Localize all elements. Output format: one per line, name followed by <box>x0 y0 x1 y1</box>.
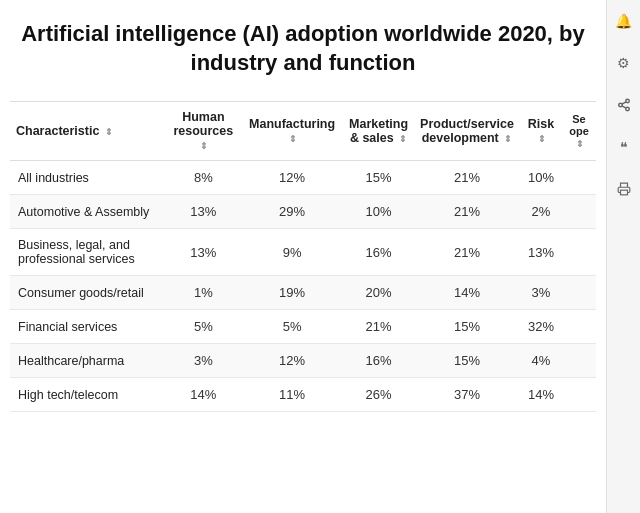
sort-icon-svc[interactable]: ⇕ <box>576 139 584 149</box>
cell-human_resources: 5% <box>166 310 242 344</box>
cell-product_service: 37% <box>414 378 520 412</box>
table-row: Consumer goods/retail1%19%20%14%3% <box>10 276 596 310</box>
col-service-ops: Seope ⇕ <box>562 102 596 161</box>
sort-icon-prod[interactable]: ⇕ <box>504 134 512 144</box>
cell-characteristic: High tech/telecom <box>10 378 166 412</box>
sort-icon-mfg[interactable]: ⇕ <box>289 134 297 144</box>
cell-characteristic: Healthcare/pharma <box>10 344 166 378</box>
cell-manufacturing: 12% <box>241 344 343 378</box>
cell-marketing_sales: 16% <box>343 344 414 378</box>
cell-human_resources: 3% <box>166 344 242 378</box>
print-icon[interactable] <box>611 176 637 202</box>
cell-manufacturing: 12% <box>241 161 343 195</box>
cell-service_ops <box>562 195 596 229</box>
table-row: Automotive & Assembly13%29%10%21%2% <box>10 195 596 229</box>
col-product: Product/servicedevelopment ⇕ <box>414 102 520 161</box>
cell-product_service: 15% <box>414 310 520 344</box>
col-marketing: Marketing& sales ⇕ <box>343 102 414 161</box>
cell-product_service: 14% <box>414 276 520 310</box>
svg-rect-5 <box>620 190 627 195</box>
table-header-row: Characteristic ⇕ Humanresources ⇕ Manufa… <box>10 102 596 161</box>
cell-manufacturing: 5% <box>241 310 343 344</box>
cell-risk: 4% <box>520 344 562 378</box>
col-human-resources: Humanresources ⇕ <box>166 102 242 161</box>
cell-product_service: 21% <box>414 229 520 276</box>
cell-service_ops <box>562 161 596 195</box>
share-icon[interactable] <box>611 92 637 118</box>
cell-human_resources: 13% <box>166 195 242 229</box>
table-row: Healthcare/pharma3%12%16%15%4% <box>10 344 596 378</box>
cell-service_ops <box>562 344 596 378</box>
cell-product_service: 21% <box>414 161 520 195</box>
cell-manufacturing: 29% <box>241 195 343 229</box>
cell-service_ops <box>562 276 596 310</box>
table-row: Business, legal, and professional servic… <box>10 229 596 276</box>
cell-marketing_sales: 20% <box>343 276 414 310</box>
cell-service_ops <box>562 378 596 412</box>
main-content: Artificial intelligence (AI) adoption wo… <box>0 0 606 513</box>
cell-characteristic: Financial services <box>10 310 166 344</box>
cell-manufacturing: 11% <box>241 378 343 412</box>
col-risk: Risk ⇕ <box>520 102 562 161</box>
sort-icon-hr[interactable]: ⇕ <box>200 141 208 151</box>
cell-marketing_sales: 10% <box>343 195 414 229</box>
svg-point-1 <box>618 103 622 107</box>
cell-characteristic: Consumer goods/retail <box>10 276 166 310</box>
bell-icon[interactable]: 🔔 <box>611 8 637 34</box>
cell-product_service: 21% <box>414 195 520 229</box>
cell-risk: 10% <box>520 161 562 195</box>
cell-service_ops <box>562 310 596 344</box>
cell-product_service: 15% <box>414 344 520 378</box>
svg-line-4 <box>622 102 626 104</box>
sort-icon-mkt[interactable]: ⇕ <box>399 134 407 144</box>
quote-icon[interactable]: ❝ <box>611 134 637 160</box>
cell-risk: 14% <box>520 378 562 412</box>
cell-marketing_sales: 21% <box>343 310 414 344</box>
gear-icon[interactable]: ⚙ <box>611 50 637 76</box>
data-table: Characteristic ⇕ Humanresources ⇕ Manufa… <box>10 101 596 412</box>
cell-service_ops <box>562 229 596 276</box>
svg-point-0 <box>625 99 629 103</box>
table-row: High tech/telecom14%11%26%37%14% <box>10 378 596 412</box>
cell-risk: 32% <box>520 310 562 344</box>
page-title: Artificial intelligence (AI) adoption wo… <box>10 20 596 77</box>
col-characteristic: Characteristic ⇕ <box>10 102 166 161</box>
sidebar-icons: 🔔 ⚙ ❝ <box>606 0 640 513</box>
cell-manufacturing: 9% <box>241 229 343 276</box>
cell-risk: 2% <box>520 195 562 229</box>
table-body: All industries8%12%15%21%10%Automotive &… <box>10 161 596 412</box>
col-manufacturing: Manufacturing ⇕ <box>241 102 343 161</box>
cell-human_resources: 1% <box>166 276 242 310</box>
cell-risk: 3% <box>520 276 562 310</box>
table-row: All industries8%12%15%21%10% <box>10 161 596 195</box>
sort-icon-risk[interactable]: ⇕ <box>538 134 546 144</box>
cell-risk: 13% <box>520 229 562 276</box>
table-wrapper: Characteristic ⇕ Humanresources ⇕ Manufa… <box>10 101 596 412</box>
cell-characteristic: Business, legal, and professional servic… <box>10 229 166 276</box>
cell-marketing_sales: 15% <box>343 161 414 195</box>
cell-human_resources: 13% <box>166 229 242 276</box>
table-row: Financial services5%5%21%15%32% <box>10 310 596 344</box>
cell-manufacturing: 19% <box>241 276 343 310</box>
svg-line-3 <box>622 106 626 108</box>
cell-characteristic: All industries <box>10 161 166 195</box>
cell-human_resources: 14% <box>166 378 242 412</box>
cell-marketing_sales: 16% <box>343 229 414 276</box>
cell-marketing_sales: 26% <box>343 378 414 412</box>
svg-point-2 <box>625 107 629 111</box>
sort-icon[interactable]: ⇕ <box>105 127 113 137</box>
cell-characteristic: Automotive & Assembly <box>10 195 166 229</box>
cell-human_resources: 8% <box>166 161 242 195</box>
